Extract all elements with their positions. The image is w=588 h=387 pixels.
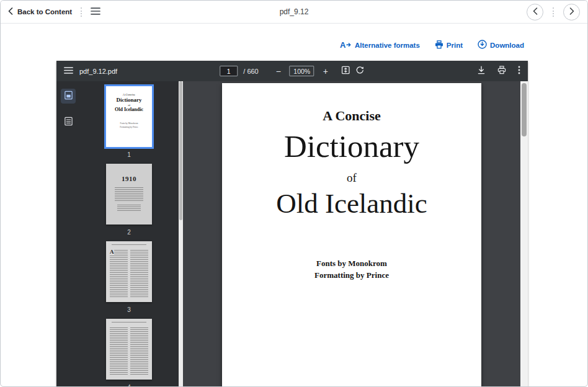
page-title-line-1: Dictionary bbox=[222, 128, 481, 164]
document-area: A Concise Dictionary of Old Icelandic Fo… bbox=[183, 81, 520, 387]
chevron-left-icon bbox=[533, 7, 538, 17]
more-options-button[interactable] bbox=[518, 66, 520, 76]
download-label: Download bbox=[490, 42, 524, 49]
top-bar: Back to Content pdf_9.12 bbox=[1, 1, 587, 24]
page-subtitle: A Concise bbox=[222, 108, 481, 124]
print-label: Print bbox=[447, 42, 463, 49]
pdf-sidebar-toggle-button[interactable] bbox=[64, 66, 73, 76]
pdf-viewer-window: Back to Content pdf_9.12 bbox=[0, 0, 588, 387]
thumbnail-image bbox=[106, 319, 152, 380]
credit-line-1: Fonts by Monokrom bbox=[222, 258, 481, 270]
back-to-content-label: Back to Content bbox=[17, 8, 72, 16]
thumbnails-view-icon bbox=[64, 91, 73, 102]
chevron-left-icon bbox=[8, 7, 13, 16]
thumbnail-page-number: 1 bbox=[127, 151, 131, 158]
alternative-formats-link[interactable]: A Alternative formats bbox=[340, 40, 420, 50]
thumbnail-page-1[interactable]: A Concise Dictionary of Old Icelandic Fo… bbox=[106, 86, 152, 158]
next-page-button[interactable] bbox=[563, 4, 580, 20]
thumbnail-preview-text: A Concise Dictionary of Old Icelandic Fo… bbox=[106, 86, 152, 129]
fit-page-icon bbox=[342, 66, 350, 76]
pdf-page: A Concise Dictionary of Old Icelandic Fo… bbox=[222, 83, 481, 387]
printer-icon bbox=[435, 40, 443, 50]
zoom-in-button[interactable]: + bbox=[320, 66, 331, 77]
document-outline-button[interactable] bbox=[61, 115, 76, 130]
divider bbox=[553, 7, 554, 17]
page-credits: Fonts by Monokrom Formatting by Prince bbox=[222, 258, 481, 282]
previous-page-button[interactable] bbox=[527, 4, 543, 20]
fit-to-page-button[interactable] bbox=[342, 66, 350, 76]
thumbnail-list: A Concise Dictionary of Old Icelandic Fo… bbox=[80, 86, 178, 387]
thumbnail-text-column bbox=[130, 250, 148, 298]
thumbnail-page-number: 4 bbox=[127, 384, 131, 387]
mini-credit-2: Formatting by Prince bbox=[106, 126, 152, 130]
mini-subtitle: A Concise bbox=[106, 93, 152, 96]
thumbnail-image: 1910 bbox=[106, 164, 152, 225]
document-actions: A Alternative formats Print Download bbox=[340, 40, 524, 50]
thumbnail-image: A Concise Dictionary of Old Icelandic Fo… bbox=[106, 86, 152, 147]
viewer-scrollbar-thumb[interactable] bbox=[522, 83, 527, 136]
download-icon bbox=[477, 66, 486, 76]
topbar-right-group bbox=[527, 4, 580, 20]
pdf-toolbar: pdf_9.12.pdf / 660 − 100% + bbox=[56, 61, 528, 81]
topbar-left-group: Back to Content bbox=[8, 7, 100, 17]
thumbnail-text-column bbox=[110, 327, 128, 376]
divider bbox=[81, 7, 82, 17]
svg-text:A: A bbox=[340, 40, 346, 49]
pdf-print-button[interactable] bbox=[497, 66, 506, 76]
thumbnail-page-number: 3 bbox=[127, 306, 131, 313]
document-outline-icon bbox=[64, 117, 73, 128]
thumbnails-view-button[interactable] bbox=[61, 89, 76, 104]
sidebar-scrollbar[interactable] bbox=[179, 81, 183, 387]
pdf-viewer: pdf_9.12.pdf / 660 − 100% + bbox=[56, 61, 528, 387]
download-link[interactable]: Download bbox=[478, 40, 524, 50]
pdf-body: A Concise Dictionary of Old Icelandic Fo… bbox=[56, 81, 528, 387]
thumbnail-year-text: 1910 bbox=[106, 164, 152, 182]
mini-credits: Fonts by Monokrom Formatting by Prince bbox=[106, 122, 152, 129]
pdf-toolbar-right bbox=[477, 61, 520, 81]
page-title-line-2: Old Icelandic bbox=[222, 187, 481, 220]
print-link[interactable]: Print bbox=[435, 40, 463, 50]
alternative-formats-label: Alternative formats bbox=[355, 42, 420, 49]
pdf-filename: pdf_9.12.pdf bbox=[79, 68, 117, 75]
thumbnail-text-lines bbox=[115, 187, 143, 201]
thumbnail-columns bbox=[106, 322, 152, 376]
thumbnail-text-lines bbox=[117, 205, 141, 212]
thumbnail-page-3[interactable]: A 3 bbox=[106, 241, 152, 313]
mini-title2: Old Icelandic bbox=[106, 107, 152, 112]
page-number-input[interactable] bbox=[220, 66, 238, 76]
zoom-level-display: 100% bbox=[290, 66, 314, 76]
mini-title1: Dictionary bbox=[106, 97, 152, 103]
thumbnail-columns: A bbox=[106, 245, 152, 298]
credit-line-2: Formatting by Prince bbox=[222, 270, 481, 282]
chevron-right-icon bbox=[569, 7, 574, 17]
printer-icon bbox=[497, 66, 506, 76]
menu-button[interactable] bbox=[91, 7, 100, 17]
download-icon bbox=[478, 40, 487, 50]
thumbnail-page-2[interactable]: 1910 2 bbox=[106, 164, 152, 236]
viewer-scrollbar[interactable] bbox=[520, 81, 528, 387]
zoom-out-button[interactable]: − bbox=[273, 66, 284, 77]
sidebar-scrollbar-thumb[interactable] bbox=[179, 81, 182, 220]
hamburger-icon bbox=[91, 7, 100, 17]
pdf-download-button[interactable] bbox=[477, 66, 486, 76]
rotate-icon bbox=[356, 66, 365, 76]
sidebar-view-switcher bbox=[61, 89, 76, 130]
thumbnail-text-column: A bbox=[110, 250, 128, 298]
pdf-sidebar: A Concise Dictionary of Old Icelandic Fo… bbox=[56, 81, 183, 387]
thumbnail-page-number: 2 bbox=[127, 229, 131, 236]
page-of: of bbox=[222, 171, 481, 185]
hamburger-icon bbox=[64, 66, 73, 76]
thumbnail-text-column bbox=[130, 327, 148, 376]
thumbnail-page-4[interactable]: 4 bbox=[106, 319, 152, 387]
thumbnail-dropcap: A bbox=[110, 249, 114, 255]
rotate-button[interactable] bbox=[356, 66, 365, 76]
more-options-icon bbox=[518, 66, 520, 76]
pdf-toolbar-center: / 660 − 100% + bbox=[220, 61, 364, 81]
back-to-content-button[interactable]: Back to Content bbox=[8, 7, 72, 16]
alternative-formats-icon: A bbox=[340, 40, 352, 50]
thumbnail-image: A bbox=[106, 241, 152, 302]
page-count-label: / 660 bbox=[243, 68, 258, 75]
